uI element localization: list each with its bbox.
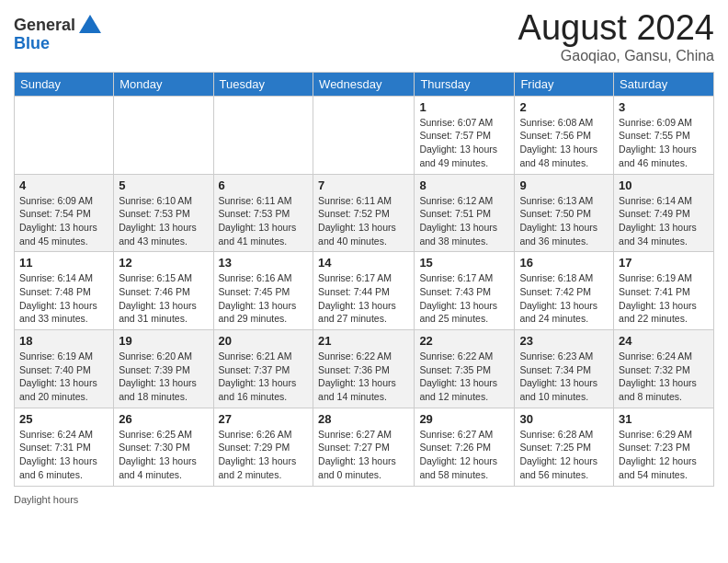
day-detail: Sunrise: 6:27 AM Sunset: 7:26 PM Dayligh… [419, 428, 509, 482]
calendar-cell: 7Sunrise: 6:11 AM Sunset: 7:52 PM Daylig… [313, 174, 415, 252]
calendar-day-header: Tuesday [213, 72, 313, 96]
day-number: 20 [219, 334, 309, 348]
day-number: 14 [318, 256, 409, 270]
day-number: 13 [219, 256, 309, 270]
logo: General Blue [14, 13, 103, 53]
calendar-cell: 12Sunrise: 6:15 AM Sunset: 7:46 PM Dayli… [114, 252, 213, 330]
calendar-cell: 9Sunrise: 6:13 AM Sunset: 7:50 PM Daylig… [515, 174, 614, 252]
day-number: 5 [119, 178, 208, 192]
calendar-week-row: 18Sunrise: 6:19 AM Sunset: 7:40 PM Dayli… [15, 330, 714, 408]
day-detail: Sunrise: 6:23 AM Sunset: 7:34 PM Dayligh… [519, 350, 609, 404]
day-number: 1 [419, 100, 509, 114]
day-number: 17 [619, 256, 709, 270]
footer: Daylight hours [14, 494, 714, 505]
day-detail: Sunrise: 6:21 AM Sunset: 7:37 PM Dayligh… [219, 350, 309, 404]
calendar-cell: 13Sunrise: 6:16 AM Sunset: 7:45 PM Dayli… [213, 252, 313, 330]
title-block: August 2024 Gaoqiao, Gansu, China [518, 9, 714, 64]
day-number: 21 [318, 334, 409, 348]
day-detail: Sunrise: 6:13 AM Sunset: 7:50 PM Dayligh… [519, 194, 609, 248]
calendar-cell: 11Sunrise: 6:14 AM Sunset: 7:48 PM Dayli… [15, 252, 114, 330]
logo-icon [77, 13, 103, 39]
day-detail: Sunrise: 6:22 AM Sunset: 7:35 PM Dayligh… [419, 350, 509, 404]
calendar-cell: 1Sunrise: 6:07 AM Sunset: 7:57 PM Daylig… [415, 96, 515, 174]
day-number: 29 [419, 412, 509, 426]
calendar-cell: 18Sunrise: 6:19 AM Sunset: 7:40 PM Dayli… [15, 330, 114, 408]
day-detail: Sunrise: 6:15 AM Sunset: 7:46 PM Dayligh… [119, 271, 208, 326]
day-detail: Sunrise: 6:10 AM Sunset: 7:53 PM Dayligh… [119, 194, 208, 248]
calendar-cell [114, 96, 213, 174]
day-number: 27 [219, 412, 309, 426]
day-detail: Sunrise: 6:17 AM Sunset: 7:43 PM Dayligh… [419, 271, 509, 326]
calendar-cell: 25Sunrise: 6:24 AM Sunset: 7:31 PM Dayli… [15, 408, 114, 486]
day-detail: Sunrise: 6:11 AM Sunset: 7:53 PM Dayligh… [219, 194, 309, 248]
calendar-table: SundayMondayTuesdayWednesdayThursdayFrid… [14, 72, 714, 487]
calendar-cell: 15Sunrise: 6:17 AM Sunset: 7:43 PM Dayli… [415, 252, 515, 330]
day-number: 15 [419, 256, 509, 270]
calendar-cell: 19Sunrise: 6:20 AM Sunset: 7:39 PM Dayli… [114, 330, 213, 408]
calendar-cell: 27Sunrise: 6:26 AM Sunset: 7:29 PM Dayli… [213, 408, 313, 486]
day-detail: Sunrise: 6:29 AM Sunset: 7:23 PM Dayligh… [619, 428, 709, 482]
day-detail: Sunrise: 6:14 AM Sunset: 7:48 PM Dayligh… [19, 271, 108, 326]
calendar-day-header: Monday [114, 72, 213, 96]
day-number: 9 [519, 178, 609, 192]
day-detail: Sunrise: 6:24 AM Sunset: 7:31 PM Dayligh… [19, 428, 108, 482]
day-detail: Sunrise: 6:19 AM Sunset: 7:41 PM Dayligh… [619, 271, 709, 326]
calendar-cell [213, 96, 313, 174]
day-detail: Sunrise: 6:25 AM Sunset: 7:30 PM Dayligh… [119, 428, 208, 482]
day-detail: Sunrise: 6:09 AM Sunset: 7:55 PM Dayligh… [619, 116, 709, 170]
calendar-cell: 28Sunrise: 6:27 AM Sunset: 7:27 PM Dayli… [313, 408, 415, 486]
calendar-cell [15, 96, 114, 174]
calendar-cell: 16Sunrise: 6:18 AM Sunset: 7:42 PM Dayli… [515, 252, 614, 330]
day-detail: Sunrise: 6:24 AM Sunset: 7:32 PM Dayligh… [619, 350, 709, 404]
day-number: 6 [219, 178, 309, 192]
calendar-cell: 26Sunrise: 6:25 AM Sunset: 7:30 PM Dayli… [114, 408, 213, 486]
calendar-cell: 31Sunrise: 6:29 AM Sunset: 7:23 PM Dayli… [614, 408, 714, 486]
calendar-cell: 17Sunrise: 6:19 AM Sunset: 7:41 PM Dayli… [614, 252, 714, 330]
calendar-day-header: Sunday [15, 72, 114, 96]
day-number: 16 [519, 256, 609, 270]
page-title: August 2024 [518, 9, 714, 48]
day-detail: Sunrise: 6:17 AM Sunset: 7:44 PM Dayligh… [318, 271, 409, 326]
day-number: 11 [19, 256, 108, 270]
calendar-day-header: Saturday [614, 72, 714, 96]
day-number: 23 [519, 334, 609, 348]
calendar-cell [313, 96, 415, 174]
calendar-day-header: Thursday [415, 72, 515, 96]
calendar-header-row: SundayMondayTuesdayWednesdayThursdayFrid… [15, 72, 714, 96]
day-detail: Sunrise: 6:09 AM Sunset: 7:54 PM Dayligh… [19, 194, 108, 248]
calendar-week-row: 1Sunrise: 6:07 AM Sunset: 7:57 PM Daylig… [15, 96, 714, 174]
daylight-hours-label: Daylight hours [14, 494, 78, 505]
calendar-week-row: 4Sunrise: 6:09 AM Sunset: 7:54 PM Daylig… [15, 174, 714, 252]
day-number: 18 [19, 334, 108, 348]
calendar-week-row: 11Sunrise: 6:14 AM Sunset: 7:48 PM Dayli… [15, 252, 714, 330]
calendar-cell: 23Sunrise: 6:23 AM Sunset: 7:34 PM Dayli… [515, 330, 614, 408]
day-number: 3 [619, 100, 709, 114]
day-detail: Sunrise: 6:08 AM Sunset: 7:56 PM Dayligh… [519, 116, 609, 170]
calendar-week-row: 25Sunrise: 6:24 AM Sunset: 7:31 PM Dayli… [15, 408, 714, 486]
day-detail: Sunrise: 6:18 AM Sunset: 7:42 PM Dayligh… [519, 271, 609, 326]
calendar-day-header: Wednesday [313, 72, 415, 96]
calendar-cell: 10Sunrise: 6:14 AM Sunset: 7:49 PM Dayli… [614, 174, 714, 252]
location-subtitle: Gaoqiao, Gansu, China [518, 48, 714, 64]
day-number: 24 [619, 334, 709, 348]
calendar-cell: 6Sunrise: 6:11 AM Sunset: 7:53 PM Daylig… [213, 174, 313, 252]
day-detail: Sunrise: 6:20 AM Sunset: 7:39 PM Dayligh… [119, 350, 208, 404]
day-detail: Sunrise: 6:28 AM Sunset: 7:25 PM Dayligh… [519, 428, 609, 482]
day-number: 10 [619, 178, 709, 192]
calendar-cell: 20Sunrise: 6:21 AM Sunset: 7:37 PM Dayli… [213, 330, 313, 408]
calendar-cell: 29Sunrise: 6:27 AM Sunset: 7:26 PM Dayli… [415, 408, 515, 486]
day-detail: Sunrise: 6:22 AM Sunset: 7:36 PM Dayligh… [318, 350, 409, 404]
day-detail: Sunrise: 6:11 AM Sunset: 7:52 PM Dayligh… [318, 194, 409, 248]
day-number: 12 [119, 256, 208, 270]
calendar-cell: 30Sunrise: 6:28 AM Sunset: 7:25 PM Dayli… [515, 408, 614, 486]
calendar-cell: 8Sunrise: 6:12 AM Sunset: 7:51 PM Daylig… [415, 174, 515, 252]
day-number: 31 [619, 412, 709, 426]
day-number: 30 [519, 412, 609, 426]
day-number: 19 [119, 334, 208, 348]
page: General Blue August 2024 Gaoqiao, Gansu,… [0, 0, 728, 563]
calendar-cell: 22Sunrise: 6:22 AM Sunset: 7:35 PM Dayli… [415, 330, 515, 408]
svg-marker-0 [79, 15, 101, 33]
calendar-cell: 5Sunrise: 6:10 AM Sunset: 7:53 PM Daylig… [114, 174, 213, 252]
day-number: 22 [419, 334, 509, 348]
calendar-cell: 4Sunrise: 6:09 AM Sunset: 7:54 PM Daylig… [15, 174, 114, 252]
